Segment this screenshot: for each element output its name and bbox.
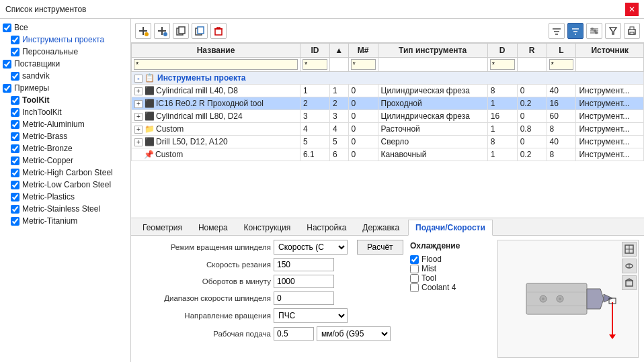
funnel-button[interactable] bbox=[605, 23, 621, 39]
cooling-checkbox-2[interactable] bbox=[410, 274, 419, 283]
feed-input[interactable] bbox=[274, 327, 314, 341]
feed-unit-select[interactable]: мм/об (G95 bbox=[317, 326, 391, 341]
tree-item-metric-highcarbon[interactable]: Metric-High Carbon Steel bbox=[0, 167, 130, 179]
table-col-name[interactable]: Название bbox=[132, 44, 300, 58]
tree-checkbox-metric-bronze[interactable] bbox=[11, 144, 19, 153]
table-col-arrow[interactable]: ▲ bbox=[329, 44, 348, 58]
row-expand-btn[interactable]: + bbox=[134, 126, 143, 134]
filter-input-m[interactable] bbox=[351, 59, 376, 70]
calc-button[interactable]: Расчёт bbox=[357, 240, 403, 255]
tab-2[interactable]: Конструкция bbox=[237, 220, 298, 235]
table-col-type[interactable]: Тип инструмента bbox=[378, 44, 487, 58]
tree-item-metric-brass[interactable]: Metric-Brass bbox=[0, 130, 130, 142]
tree-item-suppliers[interactable]: Поставщики bbox=[0, 58, 130, 70]
spindle-mode-select[interactable]: Скорость (С bbox=[274, 240, 348, 255]
tab-0[interactable]: Геометрия bbox=[135, 220, 190, 235]
tree-checkbox-examples[interactable] bbox=[3, 84, 11, 93]
tree-checkbox-metric-brass[interactable] bbox=[11, 132, 19, 141]
tree-checkbox-metric-copper[interactable] bbox=[11, 156, 19, 165]
tree-item-examples[interactable]: Примеры bbox=[0, 82, 130, 94]
table-col-d[interactable]: D bbox=[487, 44, 517, 58]
tree-item-project[interactable]: Инструменты проекта bbox=[0, 34, 130, 46]
cutting-speed-input[interactable] bbox=[274, 258, 334, 271]
active-filter-button[interactable] bbox=[567, 23, 583, 39]
view-front-button[interactable] bbox=[622, 242, 637, 257]
direction-select[interactable]: ПЧС bbox=[274, 308, 348, 323]
tree-checkbox-metric-lowcarbon[interactable] bbox=[11, 181, 19, 189]
settings-button[interactable] bbox=[586, 23, 602, 39]
table-row[interactable]: +📁Custom440Расточной10.88Инструмент... bbox=[132, 123, 644, 136]
view-3d-button[interactable] bbox=[622, 259, 637, 273]
print-button[interactable] bbox=[624, 23, 640, 39]
copy-button[interactable] bbox=[173, 23, 189, 39]
tree-checkbox-metric-plastics[interactable] bbox=[11, 193, 19, 201]
table-col-m[interactable]: M# bbox=[348, 44, 378, 58]
table-row[interactable]: +⬛IC16 Re0.2 R Проходной tool220Проходно… bbox=[132, 97, 644, 110]
tree-checkbox-suppliers[interactable] bbox=[3, 60, 11, 69]
tree-checkbox-personal[interactable] bbox=[11, 48, 19, 56]
delete-button[interactable] bbox=[210, 23, 227, 39]
tree-item-metric-plastics[interactable]: Metric-Plastics bbox=[0, 191, 130, 203]
tab-3[interactable]: Настройка bbox=[299, 220, 354, 235]
rpm-input[interactable] bbox=[274, 275, 334, 288]
tab-4[interactable]: Державка bbox=[355, 220, 407, 235]
cooling-checkbox-3[interactable] bbox=[410, 283, 419, 292]
tree-checkbox-sandvik[interactable] bbox=[11, 72, 19, 81]
cooling-checkbox-1[interactable] bbox=[410, 265, 419, 273]
table-col-id[interactable]: ID bbox=[300, 44, 330, 58]
table-row[interactable]: +⬛Drill L50, D12, A120550Сверло8040Инстр… bbox=[132, 136, 644, 148]
table-row[interactable]: 📌Custom6.160Канавочный10.28Инструмент... bbox=[132, 148, 644, 161]
row-expand-btn[interactable]: + bbox=[134, 113, 143, 121]
paste-button[interactable] bbox=[192, 23, 208, 39]
tree-checkbox-toolkit[interactable] bbox=[11, 96, 19, 105]
spindle-range-input[interactable] bbox=[274, 291, 334, 305]
tree-checkbox-project[interactable] bbox=[11, 36, 19, 44]
tree-checkbox-metric-aluminium[interactable] bbox=[11, 120, 19, 129]
group-expand-btn[interactable]: - bbox=[134, 75, 143, 83]
tree-item-toolkit[interactable]: ToolKit bbox=[0, 94, 130, 106]
filter-input-d[interactable] bbox=[490, 59, 515, 70]
add-holder-button[interactable] bbox=[154, 23, 170, 39]
tree-item-metric-stainless[interactable]: Metric-Stainless Steel bbox=[0, 203, 130, 215]
cell-type-1: Проходной bbox=[378, 97, 487, 110]
cooling-checkbox-0[interactable] bbox=[410, 255, 419, 264]
cell-src-2: Инструмент... bbox=[576, 110, 644, 123]
table-row[interactable]: +⬛Cylindrical mill L40, D8110Цилиндричес… bbox=[132, 85, 644, 97]
row-expand-btn[interactable]: + bbox=[134, 87, 143, 95]
tree-checkbox-metric-highcarbon[interactable] bbox=[11, 169, 19, 177]
filter-input-name[interactable] bbox=[134, 59, 298, 70]
tree-checkbox-all[interactable] bbox=[3, 24, 11, 32]
tree-checkbox-inchtoolkit[interactable] bbox=[11, 108, 19, 117]
table-col-src[interactable]: Источник bbox=[576, 44, 644, 58]
tree-item-inchtoolkit[interactable]: InchToolKit bbox=[0, 106, 130, 118]
spindle-mode-row: Режим вращения шпинделя Скорость (С Расч… bbox=[136, 240, 403, 255]
filter-input-l[interactable] bbox=[549, 59, 574, 70]
svg-rect-9 bbox=[198, 27, 204, 34]
filter-input-id[interactable] bbox=[303, 59, 327, 70]
direction-row: Направление вращения ПЧС bbox=[136, 308, 403, 323]
tree-item-personal[interactable]: Персональные bbox=[0, 46, 130, 58]
cell-type-2: Цилиндрическая фреза bbox=[378, 110, 487, 123]
tree-item-all[interactable]: Все bbox=[0, 21, 130, 34]
tree-item-metric-lowcarbon[interactable]: Metric-Low Carbon Steel bbox=[0, 179, 130, 191]
tree-item-metric-copper[interactable]: Metric-Copper bbox=[0, 154, 130, 167]
add-tool-button[interactable] bbox=[135, 23, 151, 39]
tree-checkbox-metric-stainless[interactable] bbox=[11, 205, 19, 214]
tab-1[interactable]: Номера bbox=[191, 220, 235, 235]
table-col-r[interactable]: R bbox=[517, 44, 547, 58]
tree-item-metric-titanium[interactable]: Metric-Titanium bbox=[0, 215, 130, 227]
tree-label-metric-titanium: Metric-Titanium bbox=[22, 216, 77, 226]
table-row[interactable]: +⬛Cylindrical mill L80, D24330Цилиндриче… bbox=[132, 110, 644, 123]
row-expand-btn[interactable]: + bbox=[134, 100, 143, 108]
tree-item-metric-bronze[interactable]: Metric-Bronze bbox=[0, 142, 130, 154]
tree-checkbox-metric-titanium[interactable] bbox=[11, 217, 19, 226]
row-expand-btn[interactable]: + bbox=[134, 138, 143, 146]
tree-item-metric-aluminium[interactable]: Metric-Aluminium bbox=[0, 118, 130, 130]
tree-label-inchtoolkit: InchToolKit bbox=[22, 107, 62, 117]
tree-item-sandvik[interactable]: sandvik bbox=[0, 70, 130, 82]
tab-5[interactable]: Подачи/Скорости bbox=[408, 220, 493, 236]
table-col-l[interactable]: L bbox=[547, 44, 576, 58]
view-iso-button[interactable] bbox=[622, 275, 637, 290]
close-button[interactable]: ✕ bbox=[625, 3, 639, 16]
filter-columns-button[interactable] bbox=[549, 23, 565, 39]
